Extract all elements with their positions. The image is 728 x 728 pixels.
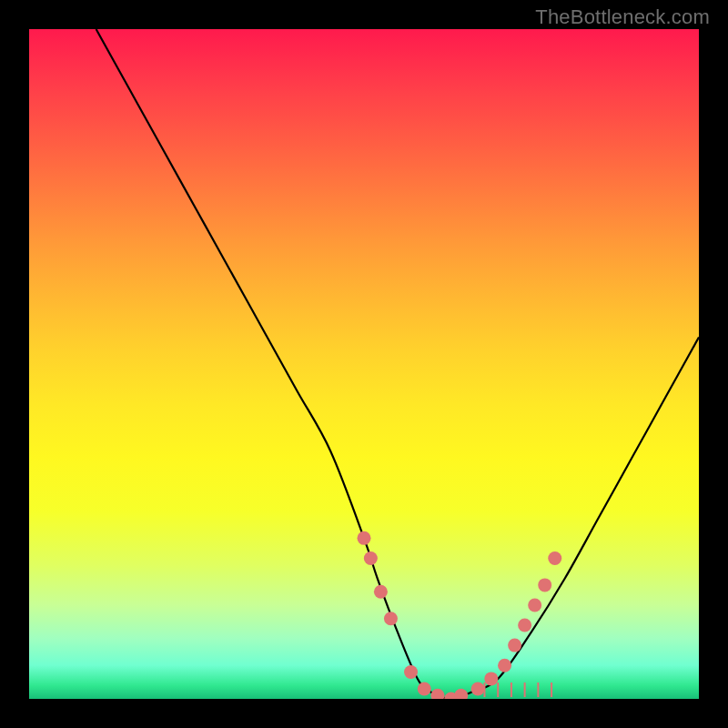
highlight-dot <box>548 551 561 565</box>
highlight-dot <box>454 689 468 699</box>
highlight-dot <box>430 689 444 699</box>
highlight-dot <box>498 659 511 672</box>
highlight-dot <box>418 682 431 695</box>
highlight-dot <box>384 612 398 625</box>
highlight-dot <box>364 551 378 565</box>
highlight-dot <box>471 682 485 695</box>
highlight-dot <box>374 585 388 599</box>
highlight-dot <box>358 531 371 545</box>
chart-frame: TheBottleneck.com <box>0 0 728 728</box>
plot-area <box>29 29 699 699</box>
watermark-text: TheBottleneck.com <box>535 5 710 29</box>
chart-svg <box>29 29 699 699</box>
highlight-dot <box>404 665 418 679</box>
highlight-dot <box>538 578 551 592</box>
highlight-dot <box>518 619 531 632</box>
highlight-dot <box>484 672 498 685</box>
highlight-dot <box>508 639 521 652</box>
bottleneck-curve <box>96 29 699 699</box>
marker-group <box>358 531 562 699</box>
highlight-dot <box>528 598 541 612</box>
